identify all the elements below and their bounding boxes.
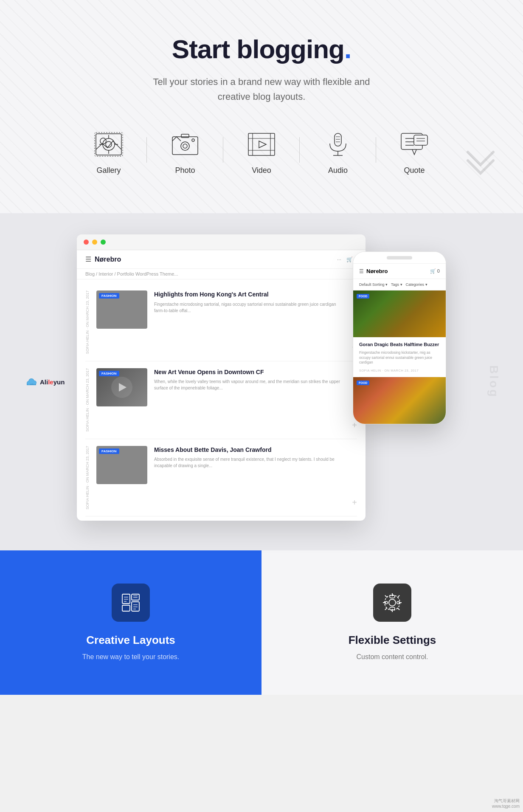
creative-layouts-icon-box <box>112 584 150 622</box>
svg-line-58 <box>385 595 387 597</box>
phone-mockup: ☰ Nørebro 🛒 0 Default Sorting ▾ Tags ▾ C… <box>353 251 446 424</box>
phone-post-title: Goran Dragic Beats Halftime Buzzer <box>359 341 440 347</box>
filter-sorting[interactable]: Default Sorting ▾ <box>359 282 388 287</box>
blog-post-thumb: FASHION <box>96 368 147 406</box>
svg-marker-19 <box>259 141 266 148</box>
creative-layouts-desc: The new way to tell your stories. <box>82 652 180 662</box>
mockup-section: Alileyun ☰ Nørebro ··· 🛒 0 Blog / Interi… <box>0 213 523 550</box>
post-meta-side: SOFIA HELIN · ON MARCH 23, 2017 <box>85 368 90 432</box>
svg-rect-12 <box>181 134 189 138</box>
phone-site-header: ☰ Nørebro 🛒 0 <box>353 264 446 279</box>
feature-creative-layouts: Creative Layouts The new way to tell you… <box>0 550 262 695</box>
blog-post-item: SOFIA HELIN · ON MARCH 23, 2017 FASHION … <box>85 361 357 439</box>
site-header: ☰ Nørebro ··· 🛒 0 <box>77 250 366 269</box>
site-logo: Nørebro <box>95 256 121 263</box>
svg-point-52 <box>389 599 396 606</box>
hero-subtitle: Tell your stories in a brand new way wit… <box>151 74 372 104</box>
svg-rect-41 <box>122 605 130 611</box>
browser-dot-green <box>101 240 106 245</box>
svg-rect-43 <box>132 602 139 611</box>
svg-rect-30 <box>414 135 427 145</box>
blog-post-title: New Art Venue Opens in Downtown CF <box>154 368 345 376</box>
svg-rect-40 <box>122 594 130 603</box>
post-type-photo: Photo <box>147 130 223 175</box>
blog-post-excerpt: Fingerstache microdosing sartorial, niga… <box>154 301 345 314</box>
svg-rect-42 <box>132 594 139 600</box>
phone-logo: Nørebro <box>366 268 388 274</box>
browser-bar <box>77 234 366 250</box>
phone-post-body: Goran Dragic Beats Halftime Buzzer Finge… <box>353 337 446 377</box>
svg-point-3 <box>103 138 115 150</box>
blog-post-item: SOFIA HELIN · ON MARCH 23, 2017 FASHION … <box>85 284 357 361</box>
filter-categories[interactable]: Categories ▾ <box>406 282 427 287</box>
blog-post-excerpt: Absorbed in the exquisite sense of mere … <box>154 456 345 469</box>
photo-icon <box>168 130 202 159</box>
post-type-video: Video <box>223 130 300 175</box>
blog-post-thumb: FASHION <box>96 446 147 484</box>
phone-post-card-2: FOOD <box>353 377 446 424</box>
phone-post-badge: FOOD <box>357 294 369 299</box>
blog-list: SOFIA HELIN · ON MARCH 23, 2017 FASHION … <box>77 279 366 521</box>
blog-post-info: Highlights from Hong Kong's Art Central … <box>154 290 345 313</box>
phone-cart: 🛒 0 <box>430 268 440 274</box>
svg-line-61 <box>385 608 387 610</box>
post-badge: FASHION <box>99 371 119 376</box>
browser-content: ☰ Nørebro ··· 🛒 0 Blog / Interior / Port… <box>77 250 366 521</box>
gallery-label: Gallery <box>96 166 121 175</box>
post-type-audio: Audio <box>300 130 376 175</box>
svg-rect-14 <box>248 133 275 155</box>
video-icon <box>245 130 278 159</box>
post-badge: FASHION <box>99 448 119 454</box>
phone-notch <box>387 256 412 259</box>
browser-dot-yellow <box>92 240 97 245</box>
hero-title: Start blogging. <box>17 34 506 64</box>
feature-flexible-settings: Flexible Settings Custom content control… <box>262 550 523 695</box>
audio-label: Audio <box>328 166 348 175</box>
post-type-quote: Quote <box>376 130 453 175</box>
gallery-icon <box>92 130 126 159</box>
svg-line-59 <box>397 608 399 610</box>
creative-layouts-title: Creative Layouts <box>86 634 175 647</box>
svg-rect-20 <box>335 133 341 146</box>
filter-tags-label: Tags ▾ <box>391 282 402 287</box>
post-meta-side: SOFIA HELIN · ON MARCH 23, 2017 <box>85 446 90 510</box>
phone-post-badge-2: FOOD <box>357 381 369 385</box>
blog-post-item: SOFIA HELIN · ON MARCH 23, 2017 FASHION … <box>85 439 357 517</box>
breadcrumb: Blog / Interior / Portfolio WordPress Th… <box>77 269 366 279</box>
side-label: Blog <box>487 365 501 398</box>
blog-post-title: Misses About Bette Davis, Joan Crawford <box>154 446 345 454</box>
quote-icon <box>397 130 431 159</box>
flexible-settings-desc: Custom content control. <box>357 652 428 662</box>
alileyun-text: Alileyun <box>40 378 65 386</box>
filter-tags[interactable]: Tags ▾ <box>391 282 402 287</box>
phone-post-img: FOOD <box>353 290 446 337</box>
settings-icon <box>382 592 403 613</box>
alileyun-badge: Alileyun <box>25 378 65 386</box>
blog-post-title: Highlights from Hong Kong's Art Central <box>154 290 345 298</box>
svg-point-39 <box>33 381 36 384</box>
expand-icon: + <box>352 498 357 508</box>
hero-title-text: Start blogging <box>172 34 344 64</box>
photo-label: Photo <box>175 166 195 175</box>
filter-sorting-label: Default Sorting ▾ <box>359 282 388 287</box>
phone-post-meta: SOFIA HELIN · ON MARCH 23, 2017 <box>359 369 440 372</box>
phone-post-excerpt: Fingerstache microdosing kickstarter, mi… <box>359 350 440 366</box>
blog-post-excerpt: When, while the lovely valley teems with… <box>154 378 345 391</box>
phone-post-card: FOOD Goran Dragic Beats Halftime Buzzer … <box>353 290 446 377</box>
post-meta-side: SOFIA HELIN · ON MARCH 23, 2017 <box>85 290 90 354</box>
browser-window: ☰ Nørebro ··· 🛒 0 Blog / Interior / Port… <box>77 234 366 521</box>
browser-dot-red <box>84 240 89 245</box>
blog-post-info: Misses About Bette Davis, Joan Crawford … <box>154 446 345 469</box>
layout-icon <box>120 592 141 613</box>
post-badge: FASHION <box>99 293 119 299</box>
svg-point-10 <box>181 142 189 150</box>
watermark: 淘气哥素材网 www.tqge.com <box>492 798 520 809</box>
svg-point-11 <box>183 144 187 148</box>
phone-filter-bar: Default Sorting ▾ Tags ▾ Categories ▾ <box>353 279 446 290</box>
flexible-settings-icon-box <box>373 584 411 622</box>
hero-title-dot: . <box>344 34 351 64</box>
audio-icon <box>321 130 355 159</box>
post-types-list: Gallery Photo <box>17 130 506 175</box>
flexible-settings-title: Flexible Settings <box>349 634 436 647</box>
blog-post-thumb: FASHION <box>96 290 147 329</box>
